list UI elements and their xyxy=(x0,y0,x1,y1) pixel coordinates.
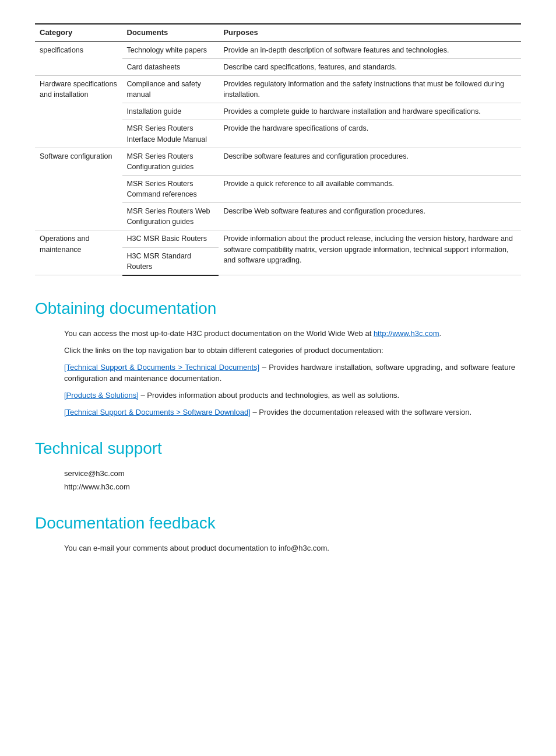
obtaining-link3-para: [Technical Support & Documents > Softwar… xyxy=(64,407,515,418)
documentation-table: Category Documents Purposes specificatio… xyxy=(35,23,521,276)
document-cell: MSR Series Routers Interface Module Manu… xyxy=(122,120,219,148)
document-cell: Compliance and safety manual xyxy=(122,76,219,103)
document-cell: MSR Series Routers Configuration guides xyxy=(122,148,219,175)
support-website: http://www.h3c.com xyxy=(35,482,521,493)
obtaining-para2: Click the links on the top navigation ba… xyxy=(64,345,515,356)
table-row: Hardware specifications and installation… xyxy=(35,76,521,103)
purpose-cell: Describe software features and configura… xyxy=(219,148,521,175)
table-row: Software configurationMSR Series Routers… xyxy=(35,148,521,175)
category-cell: Operations and maintenance xyxy=(35,230,122,275)
document-cell: Installation guide xyxy=(122,103,219,120)
purpose-cell: Provide the hardware specifications of c… xyxy=(219,120,521,148)
obtaining-link3-desc: – Provides the documentation released wi… xyxy=(251,408,471,416)
products-solutions-link[interactable]: [Products & Solutions] xyxy=(64,391,139,400)
obtaining-para1: You can access the most up-to-date H3C p… xyxy=(64,328,515,340)
support-email: service@h3c.com xyxy=(35,468,521,480)
purpose-cell: Describe card specifications, features, … xyxy=(219,58,521,75)
col-header-purposes: Purposes xyxy=(219,24,521,41)
technical-support-section: Technical support service@h3c.com http:/… xyxy=(35,437,521,493)
category-cell: Hardware specifications and installation xyxy=(35,76,122,148)
purpose-cell: Provide information about the product re… xyxy=(219,230,521,275)
document-cell: H3C MSR Standard Routers xyxy=(122,247,219,275)
document-cell: MSR Series Routers Command references xyxy=(122,175,219,202)
document-cell: Technology white papers xyxy=(122,41,219,58)
technical-support-heading: Technical support xyxy=(35,437,521,461)
obtaining-link1-para: [Technical Support & Documents > Technic… xyxy=(64,362,515,384)
doc-feedback-heading: Documentation feedback xyxy=(35,512,521,536)
obtaining-documentation-section: Obtaining documentation You can access t… xyxy=(35,297,521,418)
purpose-cell: Provide an in-depth description of softw… xyxy=(219,41,521,58)
doc-feedback-body: You can e-mail your comments about produ… xyxy=(64,543,515,554)
col-header-category: Category xyxy=(35,24,122,41)
purpose-cell: Provides a complete guide to hardware in… xyxy=(219,103,521,120)
table-row: specificationsTechnology white papersPro… xyxy=(35,41,521,58)
purpose-cell: Provides regulatory information and the … xyxy=(219,76,521,103)
purpose-cell: Describe Web software features and confi… xyxy=(219,203,521,230)
obtaining-heading: Obtaining documentation xyxy=(35,297,521,321)
document-cell: H3C MSR Basic Routers xyxy=(122,230,219,247)
document-cell: Card datasheets xyxy=(122,58,219,75)
document-cell: MSR Series Routers Web Configuration gui… xyxy=(122,203,219,230)
purpose-cell: Provide a quick reference to all availab… xyxy=(219,175,521,202)
category-cell: specifications xyxy=(35,41,122,75)
software-download-link[interactable]: [Technical Support & Documents > Softwar… xyxy=(64,408,251,416)
category-cell: Software configuration xyxy=(35,148,122,230)
documentation-feedback-section: Documentation feedback You can e-mail yo… xyxy=(35,512,521,554)
obtaining-link2-desc: – Provides information about products an… xyxy=(139,391,399,400)
table-row: Operations and maintenanceH3C MSR Basic … xyxy=(35,230,521,247)
h3c-website-link[interactable]: http://www.h3c.com xyxy=(374,329,439,338)
tech-documents-link[interactable]: [Technical Support & Documents > Technic… xyxy=(64,363,259,372)
col-header-documents: Documents xyxy=(122,24,219,41)
obtaining-link2-para: [Products & Solutions] – Provides inform… xyxy=(64,390,515,401)
